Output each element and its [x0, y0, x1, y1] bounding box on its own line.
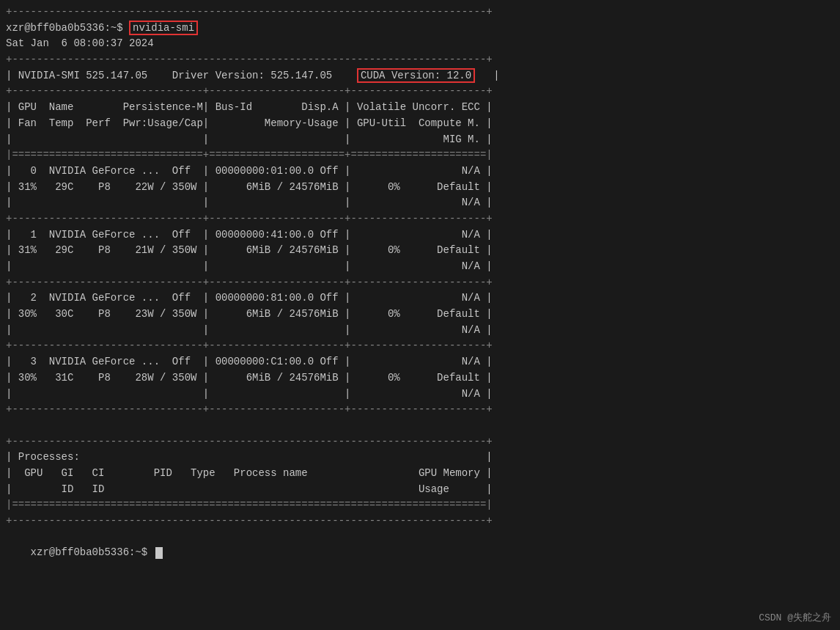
gpu2-row1: | 2 NVIDIA GeForce ... Off | 00000000:81…: [6, 290, 834, 307]
date-line: Sat Jan 6 08:00:37 2024: [6, 36, 834, 52]
prompt-text: xzr@bff0ba0b5336:~$: [6, 22, 129, 34]
top-separator: +---------------------------------------…: [6, 52, 834, 68]
proc-col1: | GPU GI CI PID Type Process name GPU Me…: [6, 466, 834, 482]
gpu3-row3: | | | N/A |: [6, 387, 834, 403]
final-prompt-line: xzr@bff0ba0b5336:~$: [6, 530, 834, 577]
col-header-1: | GPU Name Persistence-M| Bus-Id Disp.A …: [6, 100, 834, 116]
col-header-2: | Fan Temp Perf Pwr:Usage/Cap| Memory-Us…: [6, 116, 834, 132]
final-prompt-text: xzr@bff0ba0b5336:~$: [31, 546, 154, 558]
gpu0-row3: | | | N/A |: [6, 195, 834, 211]
cursor-block: [155, 547, 163, 559]
gpu3-row2: | 30% 31C P8 28W / 350W | 6MiB / 24576Mi…: [6, 370, 834, 387]
proc-bottom-sep: +---------------------------------------…: [6, 513, 834, 530]
gpu3-sep: +-------------------------------+-------…: [6, 402, 834, 418]
gpu1-row2: | 31% 29C P8 21W / 350W | 6MiB / 24576Mi…: [6, 243, 834, 259]
terminal-window: +---------------------------------------…: [0, 0, 840, 630]
gpu2-row3: | | | N/A |: [6, 323, 834, 339]
gpu1-row3: | | | N/A |: [6, 259, 834, 275]
partial-sep: +---------------------------------------…: [6, 4, 834, 21]
blank-line: [6, 418, 834, 434]
gpu0-row2: | 31% 29C P8 22W / 350W | 6MiB / 24576Mi…: [6, 180, 834, 196]
watermark: CSDN @失舵之舟: [759, 611, 831, 624]
gpu1-sep: +-------------------------------+-------…: [6, 275, 834, 291]
col-header-3: | | | MIG M. |: [6, 132, 834, 148]
gpu0-row1: | 0 NVIDIA GeForce ... Off | 00000000:01…: [6, 164, 834, 180]
command-highlight: nvidia-smi: [129, 21, 198, 35]
gpu2-row2: | 30% 30C P8 23W / 350W | 6MiB / 24576Mi…: [6, 307, 834, 323]
proc-top-sep: +---------------------------------------…: [6, 434, 834, 450]
proc-col2: | ID ID Usage |: [6, 482, 834, 498]
col-separator-1: +-------------------------------+-------…: [6, 84, 834, 100]
proc-header-line: | Processes: |: [6, 450, 834, 466]
command-line: xzr@bff0ba0b5336:~$ nvidia-smi: [6, 21, 834, 37]
gpu1-row1: | 1 NVIDIA GeForce ... Off | 00000000:41…: [6, 227, 834, 243]
proc-double-sep: |=======================================…: [6, 497, 834, 513]
cuda-version-highlight: CUDA Version: 12.0: [357, 68, 475, 83]
gpu0-sep: +-------------------------------+-------…: [6, 211, 834, 227]
gpu3-row1: | 3 NVIDIA GeForce ... Off | 00000000:C1…: [6, 354, 834, 370]
gpu2-sep: +-------------------------------+-------…: [6, 338, 834, 354]
double-separator: |===============================+=======…: [6, 147, 834, 164]
nvidia-smi-header: | NVIDIA-SMI 525.147.05 Driver Version: …: [6, 68, 834, 84]
